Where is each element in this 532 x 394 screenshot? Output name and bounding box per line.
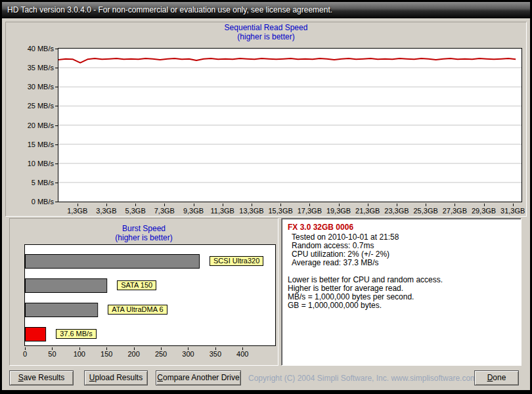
x-axis-tick	[106, 347, 107, 350]
save-accel: S	[18, 373, 24, 382]
sequential-chart-title: Sequential Read Speed	[6, 23, 526, 32]
x-axis-tick	[164, 204, 165, 206]
sequential-read-section: Sequential Read Speed (higher is better)…	[5, 22, 527, 217]
y-axis-tick	[55, 87, 58, 87]
burst-chart-subtitle: (higher is better)	[10, 233, 278, 242]
titlebar[interactable]: HD Tach version 3.0.4.0 - For non-commer…	[2, 2, 530, 18]
burst-bar	[26, 328, 46, 341]
sequential-plot	[58, 48, 522, 202]
x-axis-tick	[309, 204, 310, 206]
burst-speed-section: Burst Speed (higher is better) SCSI Ultr…	[9, 218, 278, 366]
x-axis-tick	[426, 204, 426, 206]
x-axis-tick	[339, 204, 340, 206]
x-axis-tick	[484, 204, 485, 206]
burst-plot: SCSI Ultra320SATA 150ATA UltraDMA 637.6 …	[24, 244, 276, 346]
y-axis-tick-label: 25 MB/s	[6, 102, 54, 110]
x-axis-tick	[25, 347, 26, 350]
done-accel: D	[487, 373, 493, 382]
x-axis-tick	[79, 347, 80, 350]
x-axis-tick	[78, 204, 78, 206]
y-axis-tick	[55, 164, 58, 164]
compare-another-drive-button[interactable]: Compare Another Drive	[156, 370, 241, 385]
x-axis-tick	[135, 204, 136, 206]
y-axis-tick-label: 0 MB/s	[6, 198, 54, 206]
x-axis-tick	[397, 204, 397, 206]
y-axis-tick	[55, 202, 58, 202]
x-axis-tick-label: 400	[233, 350, 252, 358]
x-axis-tick	[188, 347, 188, 350]
y-axis-tick	[55, 106, 58, 106]
x-axis-tick-label: 0	[15, 350, 35, 358]
burst-bar	[26, 303, 98, 317]
x-axis-tick-label: 200	[124, 350, 144, 358]
hd-tach-window: HD Tach version 3.0.4.0 - For non-commer…	[0, 0, 532, 394]
window-title: HD Tach version 3.0.4.0 - For non-commer…	[7, 5, 332, 14]
x-axis-tick-label: 100	[70, 350, 89, 358]
sequential-chart-subtitle: (higher is better)	[6, 32, 526, 41]
y-axis-tick-label: 40 MB/s	[6, 45, 54, 53]
x-axis-tick-label: 50	[42, 350, 62, 358]
done-button[interactable]: Done	[474, 370, 519, 385]
x-axis-tick	[368, 204, 368, 206]
x-axis-tick	[280, 204, 281, 206]
x-axis-tick	[242, 347, 243, 350]
done-label-rest: one	[493, 373, 506, 382]
burst-bar-label: 37.6 MB/s	[56, 329, 97, 339]
notes-block: Lower is better for CPU and random acces…	[288, 276, 515, 310]
save-label-rest: ave Results	[24, 373, 65, 382]
burst-bar-label: SCSI Ultra320	[210, 256, 263, 266]
x-axis-tick-label: 31,3GB	[493, 207, 532, 215]
x-axis-tick	[454, 204, 455, 206]
sequential-svg	[58, 49, 521, 202]
client-area: Sequential Read Speed (higher is better)…	[2, 18, 530, 390]
burst-chart-title: Burst Speed	[10, 224, 278, 233]
x-axis-tick	[52, 347, 53, 350]
x-axis-tick-label: 150	[97, 350, 116, 358]
note-line: GB = 1,000,000,000 bytes.	[288, 301, 515, 310]
y-axis-tick	[55, 49, 58, 49]
y-axis-tick-label: 35 MB/s	[6, 64, 54, 72]
x-axis-tick	[134, 347, 135, 350]
read-speed-line	[58, 58, 516, 63]
burst-bar	[26, 279, 107, 293]
y-axis-tick	[55, 183, 58, 183]
x-axis-tick-label: 300	[178, 350, 198, 358]
burst-bar-label: SATA 150	[117, 280, 156, 290]
y-axis-tick	[55, 144, 58, 145]
upload-results-button[interactable]: Upload Results	[84, 370, 148, 385]
x-axis-tick-label: 350	[206, 350, 225, 358]
y-axis-tick	[55, 125, 58, 126]
burst-bar	[26, 255, 200, 269]
upload-label-rest: pload Results	[95, 373, 143, 382]
y-axis-tick-label: 5 MB/s	[6, 179, 54, 186]
burst-bar-label: ATA UltraDMA 6	[108, 305, 167, 315]
compare-accel: C	[157, 373, 163, 382]
y-axis-tick	[55, 68, 58, 68]
y-axis-tick-label: 10 MB/s	[6, 160, 54, 167]
drive-name: FX 3.0 32GB 0006	[288, 223, 515, 232]
x-axis-tick	[194, 204, 194, 206]
average-read-line: Average read: 37.3 MB/s	[292, 259, 515, 267]
compare-label-rest: ompare Another Drive	[163, 373, 240, 382]
x-axis-tick	[252, 204, 252, 206]
x-axis-tick	[513, 204, 514, 206]
x-axis-tick	[223, 204, 223, 206]
save-results-button[interactable]: Save Results	[9, 370, 74, 385]
copyright-text: Copyright (C) 2004 Simpli Software, Inc.…	[248, 374, 472, 383]
x-axis-tick	[215, 347, 216, 350]
results-panel: FX 3.0 32GB 0006 Tested on 2010-10-01 at…	[281, 218, 521, 366]
y-axis-tick-label: 20 MB/s	[6, 121, 54, 129]
x-axis-tick	[161, 347, 162, 350]
y-axis-tick-label: 30 MB/s	[6, 83, 54, 91]
x-axis-tick-label: 250	[151, 350, 171, 358]
y-axis-tick-label: 15 MB/s	[6, 141, 54, 148]
x-axis-tick	[106, 204, 107, 206]
